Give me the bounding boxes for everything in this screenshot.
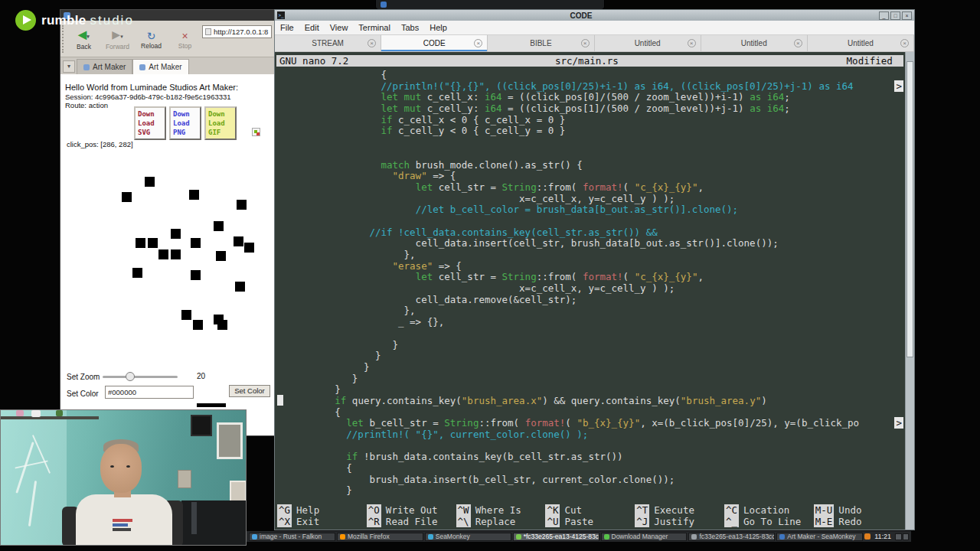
shortcut-label: Location bbox=[743, 504, 789, 516]
taskbar-item-label: Mozilla Firefox bbox=[348, 533, 390, 540]
nano-shortcut-read-file[interactable]: ^RRead File bbox=[367, 516, 456, 527]
menu-file[interactable]: File bbox=[275, 23, 299, 32]
terminal-titlebar[interactable]: >_ CODE _ □ × bbox=[275, 10, 914, 21]
pixel-cell bbox=[191, 270, 201, 280]
set-color-button[interactable]: Set Color bbox=[229, 385, 270, 397]
nano-editor[interactable]: GNU nano 7.2 src/main.rs Modified { //pr… bbox=[275, 52, 914, 530]
taskbar-item[interactable]: Download Manager bbox=[601, 533, 688, 541]
code-line: let b_cell_str = String::from( format!( … bbox=[277, 417, 903, 429]
clock[interactable]: 11:21 bbox=[874, 533, 891, 540]
nano-shortcut-paste[interactable]: ^UPaste bbox=[545, 516, 635, 527]
shelf bbox=[1, 416, 99, 419]
tab-close-icon[interactable]: × bbox=[368, 39, 376, 47]
nano-shortcut-execute[interactable]: ^TExecute bbox=[635, 504, 724, 516]
shortcut-label: Read File bbox=[386, 516, 438, 527]
reload-button[interactable]: ↻ Reload bbox=[135, 22, 168, 57]
wall-art bbox=[217, 422, 243, 459]
shortcut-key: ^R bbox=[367, 516, 381, 527]
terminal-tab-stream[interactable]: STREAM× bbox=[275, 35, 381, 51]
terminal-tab-bible[interactable]: BIBLE× bbox=[488, 35, 594, 51]
nano-shortcut-go-to-line[interactable]: ^_Go To Line bbox=[724, 516, 814, 527]
taskbar-item-icon bbox=[428, 534, 433, 540]
nano-shortcut-where-is[interactable]: ^WWhere Is bbox=[456, 504, 546, 516]
scrollbar-thumb[interactable] bbox=[906, 61, 913, 357]
menu-help[interactable]: Help bbox=[424, 23, 452, 32]
tab-close-icon[interactable]: × bbox=[688, 39, 696, 47]
pixel-cell bbox=[216, 251, 226, 261]
person-face bbox=[100, 444, 142, 493]
tray-icon[interactable] bbox=[864, 533, 871, 540]
nano-shortcut-undo[interactable]: M-UUndo bbox=[814, 504, 903, 516]
terminal-tab-untitled[interactable]: Untitled× bbox=[808, 35, 914, 51]
shortcut-label: Write Out bbox=[386, 504, 438, 516]
pixel-cell bbox=[214, 221, 224, 231]
terminal-menubar: FileEditViewTerminalTabsHelp bbox=[275, 21, 914, 35]
shortcut-key: ^O bbox=[367, 504, 381, 516]
pixel-cell bbox=[148, 238, 158, 248]
slider-thumb[interactable] bbox=[126, 372, 135, 381]
forward-label: Forward bbox=[106, 43, 129, 51]
nano-shortcut-write-out[interactable]: ^OWrite Out bbox=[367, 504, 456, 516]
line-continuation-marker: > bbox=[894, 80, 903, 92]
menu-view[interactable]: View bbox=[325, 23, 354, 32]
code-line: "draw" => { bbox=[277, 170, 903, 181]
tab-list-button[interactable]: ▾ bbox=[63, 60, 75, 73]
download-png-button[interactable]: DownLoadPNG bbox=[169, 106, 201, 140]
minimize-icon[interactable]: _ bbox=[879, 11, 889, 20]
webcam-overlay bbox=[0, 409, 247, 546]
stop-label: Stop bbox=[178, 42, 192, 50]
shortcut-label: Go To Line bbox=[743, 516, 801, 527]
terminal-tabs: STREAM×CODE×BIBLE×Untitled×Untitled×Unti… bbox=[275, 35, 914, 52]
terminal-tab-untitled[interactable]: Untitled× bbox=[595, 35, 701, 51]
terminal-icon: >_ bbox=[277, 11, 285, 19]
color-input[interactable] bbox=[105, 386, 194, 399]
nano-shortcut-cut[interactable]: ^KCut bbox=[545, 504, 635, 516]
taskbar-item[interactable]: fc33e265-ea13-4125-83cc... bbox=[688, 533, 775, 541]
page-heading: Hello World from Luminade Studios Art Ma… bbox=[65, 83, 238, 92]
terminal-tab-code[interactable]: CODE× bbox=[381, 35, 488, 51]
tab-label: CODE bbox=[423, 39, 446, 47]
pixel-cell bbox=[189, 190, 199, 200]
logo-text: rumblestudio bbox=[41, 13, 134, 28]
menu-edit[interactable]: Edit bbox=[299, 23, 325, 32]
taskbar-item-label: Art Maker - SeaMonkey bbox=[787, 533, 855, 540]
tab-close-icon[interactable]: × bbox=[794, 39, 802, 47]
zoom-slider[interactable] bbox=[103, 370, 178, 383]
browser-tab-1[interactable]: Art Maker bbox=[77, 59, 132, 74]
taskbar-item[interactable]: Art Maker - SeaMonkey bbox=[776, 533, 863, 541]
nano-shortcut-replace[interactable]: ^\Replace bbox=[456, 516, 546, 527]
nano-code[interactable]: { //println!("{},{}", ((click_pos[0]/25)… bbox=[275, 67, 914, 496]
nano-shortcut-exit[interactable]: ^XExit bbox=[277, 516, 367, 527]
code-line: { bbox=[277, 406, 903, 418]
close-icon[interactable]: × bbox=[902, 11, 912, 20]
taskbar-item[interactable]: *fc33e265-ea13-4125-83c... bbox=[513, 533, 599, 541]
url-bar[interactable]: http://127.0.0.1:8 bbox=[202, 25, 272, 38]
taskbar-item[interactable]: Mozilla Firefox bbox=[337, 533, 423, 541]
download-svg-button[interactable]: DownLoadSVG bbox=[134, 106, 166, 140]
shortcut-label: Exit bbox=[296, 516, 319, 527]
taskbar-item-icon bbox=[604, 534, 609, 540]
nano-shortcut-redo[interactable]: M-ERedo bbox=[814, 516, 903, 527]
nano-shortcut-location[interactable]: ^CLocation bbox=[724, 504, 814, 516]
pixel-canvas[interactable] bbox=[106, 171, 261, 333]
stop-button[interactable]: × Stop bbox=[168, 22, 201, 57]
menu-terminal[interactable]: Terminal bbox=[353, 23, 396, 32]
tab-close-icon[interactable]: × bbox=[581, 39, 590, 47]
maximize-icon[interactable]: □ bbox=[890, 11, 900, 20]
scrollbar[interactable] bbox=[905, 52, 914, 530]
terminal-tab-untitled[interactable]: Untitled× bbox=[701, 35, 808, 51]
workspace-pager[interactable] bbox=[895, 533, 909, 540]
menu-tabs[interactable]: Tabs bbox=[396, 23, 424, 32]
tab-close-icon[interactable]: × bbox=[900, 39, 909, 47]
code-line: }, bbox=[277, 249, 903, 260]
monitor-edge bbox=[191, 502, 197, 534]
browser-tab-2[interactable]: Art Maker bbox=[132, 59, 188, 74]
nano-shortcut-justify[interactable]: ^JJustify bbox=[635, 516, 724, 527]
code-line: } bbox=[277, 350, 903, 361]
taskbar-item[interactable]: SeaMonkey bbox=[425, 533, 511, 541]
nano-header: GNU nano 7.2 src/main.rs Modified bbox=[276, 55, 903, 67]
nano-shortcut-help[interactable]: ^GHelp bbox=[277, 504, 367, 516]
taskbar-item[interactable]: image - Rust - Falkon bbox=[249, 533, 335, 541]
download-gif-button[interactable]: DownLoadGIF bbox=[204, 106, 237, 140]
tab-close-icon[interactable]: × bbox=[474, 39, 482, 47]
